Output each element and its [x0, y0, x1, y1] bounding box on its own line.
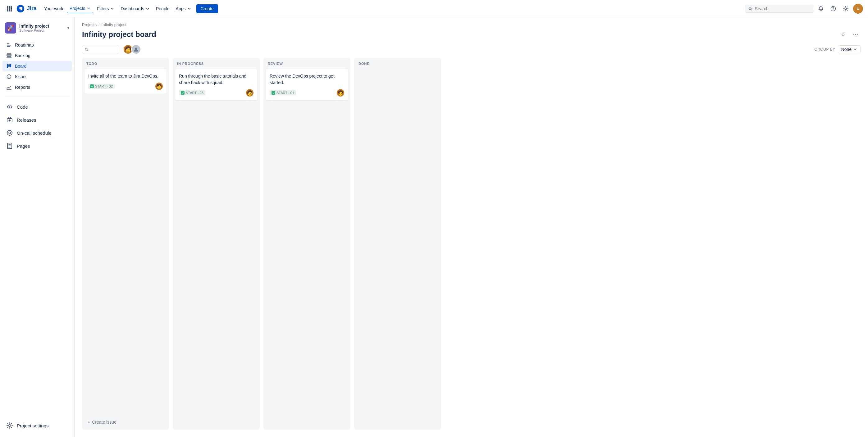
- svg-rect-4: [9, 8, 10, 10]
- card-avatar: 🧑: [155, 82, 163, 90]
- sidebar-project-header[interactable]: 🚀 Infinity project Software Project ▾: [0, 18, 74, 38]
- column-cards-inprogress: Run through the basic tutorials and shar…: [173, 68, 260, 423]
- column-header-inprogress: IN PROGRESS: [173, 58, 260, 68]
- app-body: 🚀 Infinity project Software Project ▾ Ro…: [0, 18, 868, 437]
- notifications-icon[interactable]: [816, 4, 826, 14]
- svg-rect-14: [7, 45, 11, 46]
- nav-filters[interactable]: Filters: [94, 4, 117, 13]
- card-inprogress-1[interactable]: Run through the basic tutorials and shar…: [175, 69, 257, 100]
- svg-rect-15: [7, 46, 10, 47]
- card-review-1[interactable]: Review the DevOps project to get started…: [266, 69, 348, 100]
- page-title-row: Infinity project board ☆ ⋯: [82, 30, 861, 39]
- card-footer: START - 01 🧑: [270, 89, 344, 97]
- nav-projects[interactable]: Projects: [67, 4, 94, 13]
- card-footer: START - 02 🧑: [88, 82, 163, 90]
- main-content: Projects / Infinity project Infinity pro…: [74, 18, 868, 437]
- settings-icon[interactable]: [841, 4, 850, 14]
- column-cards-review: Review the DevOps project to get started…: [264, 68, 350, 423]
- nav-your-work[interactable]: Your work: [42, 4, 66, 13]
- nav-people[interactable]: People: [153, 4, 172, 13]
- svg-point-10: [831, 6, 836, 11]
- settings-gear-icon: [6, 422, 13, 429]
- sidebar-section: Code Releases On-call schedule: [0, 99, 74, 154]
- more-options-button[interactable]: ⋯: [850, 30, 861, 39]
- avatar-user2[interactable]: [131, 44, 141, 54]
- sidebar-divider: [5, 96, 69, 97]
- sidebar-item-settings[interactable]: Project settings: [2, 419, 72, 432]
- jira-logo[interactable]: Jira: [16, 4, 37, 13]
- card-todo-1[interactable]: Invite all of the team to Jira DevOps. S…: [85, 69, 166, 94]
- board-toolbar: 🧑 GROUP BY None: [74, 44, 868, 58]
- roadmap-icon: [6, 42, 12, 48]
- svg-rect-18: [7, 57, 11, 58]
- sidebar-bottom: Project settings: [0, 416, 74, 437]
- card-badge-icon: [181, 91, 185, 95]
- svg-rect-2: [10, 6, 12, 8]
- column-header-todo: TODO: [82, 58, 169, 68]
- sidebar-item-oncall[interactable]: On-call schedule: [2, 126, 72, 139]
- sidebar-item-roadmap[interactable]: Roadmap: [2, 40, 72, 50]
- create-issue-button[interactable]: + Create issue: [86, 418, 165, 426]
- group-by-select[interactable]: None: [838, 45, 861, 54]
- search-box[interactable]: [745, 5, 813, 13]
- breadcrumb-projects[interactable]: Projects: [82, 22, 97, 27]
- sidebar-item-code[interactable]: Code: [2, 100, 72, 113]
- column-footer-todo: + Create issue: [82, 416, 169, 430]
- breadcrumb: Projects / Infinity project: [82, 22, 861, 27]
- board-column-done: DONE: [354, 58, 441, 430]
- svg-point-26: [9, 132, 10, 134]
- svg-rect-8: [10, 10, 12, 11]
- svg-point-30: [135, 48, 137, 50]
- column-header-review: REVIEW: [264, 58, 350, 68]
- oncall-icon: [6, 129, 13, 136]
- sidebar-item-releases[interactable]: Releases: [2, 113, 72, 126]
- group-by-chevron-icon: [854, 47, 857, 51]
- card-badge: START - 03: [179, 90, 205, 95]
- column-footer-inprogress: [173, 423, 260, 430]
- top-nav: Jira Your work Projects Filters Dashboar…: [0, 0, 868, 18]
- svg-point-23: [9, 77, 9, 78]
- create-issue-label: Create issue: [92, 419, 117, 425]
- nav-dashboards[interactable]: Dashboards: [118, 4, 152, 13]
- nav-apps[interactable]: Apps: [173, 4, 194, 13]
- page-title: Infinity project board: [82, 30, 156, 39]
- sidebar-item-issues[interactable]: Issues: [2, 71, 72, 82]
- help-icon[interactable]: [828, 4, 838, 14]
- search-icon: [748, 6, 752, 11]
- card-title: Invite all of the team to Jira DevOps.: [88, 73, 163, 79]
- sidebar-item-backlog[interactable]: Backlog: [2, 50, 72, 61]
- pages-icon: [6, 142, 13, 149]
- breadcrumb-project-name[interactable]: Infinity project: [101, 22, 126, 27]
- svg-rect-6: [7, 10, 8, 11]
- svg-rect-0: [7, 6, 8, 8]
- group-by-value: None: [841, 47, 851, 52]
- search-input[interactable]: [755, 6, 810, 11]
- sidebar-item-reports[interactable]: Reports: [2, 82, 72, 93]
- svg-rect-3: [7, 8, 8, 10]
- card-badge: START - 02: [88, 84, 115, 89]
- card-badge-icon: [272, 91, 275, 95]
- project-chevron-icon: ▾: [67, 26, 69, 30]
- card-avatar: 🧑: [337, 89, 344, 97]
- board-search-box[interactable]: [82, 46, 119, 54]
- create-button[interactable]: Create: [196, 4, 218, 13]
- backlog-icon: [6, 53, 12, 58]
- card-badge-text: START - 01: [277, 91, 294, 95]
- card-badge-icon: [90, 85, 94, 88]
- sidebar-item-pages[interactable]: Pages: [2, 139, 72, 153]
- svg-rect-5: [10, 8, 12, 10]
- card-avatar: 🧑: [246, 89, 253, 97]
- grid-menu-icon[interactable]: [5, 4, 14, 13]
- svg-rect-7: [9, 10, 10, 11]
- user-avatar[interactable]: U: [853, 4, 863, 14]
- avatar-group: 🧑: [123, 44, 141, 54]
- jira-logo-text: Jira: [27, 5, 37, 12]
- group-by-label: GROUP BY: [814, 47, 835, 52]
- sidebar-item-board[interactable]: Board: [2, 61, 72, 71]
- board-search-input[interactable]: [90, 47, 117, 52]
- svg-rect-21: [10, 64, 11, 67]
- releases-icon: [6, 116, 13, 123]
- star-button[interactable]: ☆: [838, 30, 848, 39]
- sidebar: 🚀 Infinity project Software Project ▾ Ro…: [0, 18, 74, 437]
- board-icon: [6, 63, 12, 69]
